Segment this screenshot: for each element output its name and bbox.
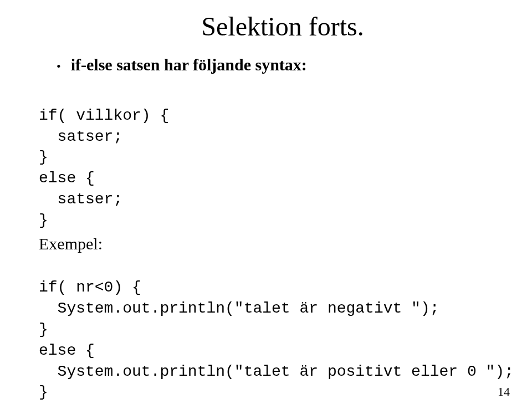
code-line: } — [39, 321, 48, 338]
bullet-marker: • — [57, 59, 61, 74]
code-line: else { — [39, 342, 95, 359]
code-line: else { — [39, 170, 95, 187]
bullet-text: if-else satsen har följande syntax: — [71, 55, 307, 74]
code-line: } — [39, 212, 48, 229]
code-line: satser; — [39, 191, 122, 208]
example-label: Exempel: — [39, 234, 493, 253]
code-line: System.out.println("talet är negativt ")… — [39, 300, 439, 317]
code-line: if( villkor) { — [39, 107, 169, 124]
code-line: satser; — [39, 128, 122, 145]
code-line: } — [39, 149, 48, 166]
bullet-line: • if-else satsen har följande syntax: — [39, 55, 493, 74]
page-number: 14 — [498, 385, 510, 399]
page-title: Selektion forts. — [72, 11, 493, 42]
code-line: } — [39, 384, 48, 401]
code-block-2: if( nr<0) { System.out.println("talet är… — [39, 257, 493, 403]
code-block-1: if( villkor) { satser; } else { satser; … — [39, 84, 493, 231]
code-line: if( nr<0) { — [39, 279, 141, 296]
code-line: System.out.println("talet är positivt el… — [39, 363, 514, 380]
